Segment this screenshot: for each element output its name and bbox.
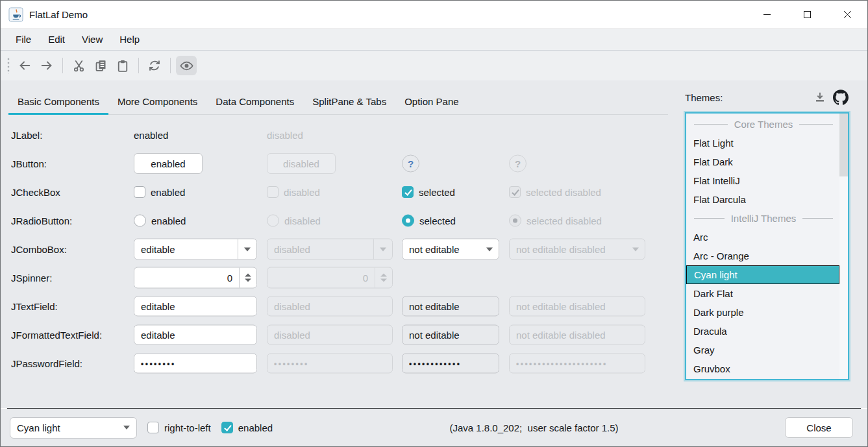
- tab-more-components[interactable]: More Components: [108, 90, 206, 114]
- demo-combobox[interactable]: editable: [134, 239, 257, 260]
- toolbar-separator: [138, 58, 139, 73]
- separator-line: [802, 218, 833, 219]
- scrollbar-thumb[interactable]: [839, 114, 848, 176]
- demo-row: JButton:enableddisabled??: [1, 149, 677, 178]
- combobox-value: not editable disabled: [516, 244, 626, 255]
- separator-line: [799, 124, 833, 125]
- theme-item-arc[interactable]: Arc: [686, 228, 839, 247]
- row-label: JCheckBox: [11, 187, 60, 198]
- demo-button[interactable]: enabled: [134, 153, 203, 174]
- tab-option-pane[interactable]: Option Pane: [395, 90, 467, 114]
- demo-radio[interactable]: selected: [402, 215, 456, 227]
- demo-password-field: •••••••••••••••••••••: [509, 354, 645, 374]
- demo-radio: selected disabled: [509, 215, 602, 227]
- window-controls: [747, 1, 867, 28]
- back-arrow-button[interactable]: [14, 56, 35, 75]
- demo-radio: disabled: [267, 215, 321, 227]
- toolbar-separator: [62, 58, 63, 73]
- theme-item-gruvbox[interactable]: Gruvbox: [686, 359, 839, 378]
- field-value: disabled: [274, 330, 310, 341]
- demo-row: JPasswordField:•••••••••••••••••••••••••…: [1, 349, 677, 378]
- theme-item-flat-intellij[interactable]: Flat IntelliJ: [686, 171, 839, 190]
- theme-item-flat-dark[interactable]: Flat Dark: [686, 152, 839, 171]
- demo-button: disabled: [267, 153, 336, 174]
- field-value: disabled: [274, 301, 310, 312]
- theme-item-flat-darcula[interactable]: Flat Darcula: [686, 190, 839, 209]
- maximize-button[interactable]: [787, 1, 827, 28]
- radio-box: [267, 215, 279, 227]
- theme-group-label: IntelliJ Themes: [725, 213, 803, 224]
- close-button[interactable]: Close: [785, 417, 853, 438]
- menu-help[interactable]: Help: [111, 29, 148, 50]
- demo-checkbox[interactable]: enabled: [134, 186, 185, 198]
- tab-basic-components[interactable]: Basic Components: [8, 90, 108, 114]
- back-arrow-icon: [18, 58, 32, 73]
- theme-item-flat-light[interactable]: Flat Light: [686, 134, 839, 152]
- field-value: editable: [141, 330, 175, 341]
- help-button[interactable]: ?: [402, 155, 419, 173]
- theme-group-label: Core Themes: [728, 119, 800, 130]
- spinner-arrows: [375, 274, 392, 282]
- menu-edit[interactable]: Edit: [40, 29, 73, 50]
- refresh-button[interactable]: [144, 56, 165, 75]
- tab-data-components[interactable]: Data Components: [206, 90, 303, 114]
- right-to-left-checkbox[interactable]: right-to-left: [147, 422, 211, 433]
- spinner-arrows[interactable]: [240, 274, 256, 282]
- paste-button[interactable]: [112, 56, 133, 75]
- checkbox-label: enabled: [151, 187, 185, 198]
- theme-item-dark-purple[interactable]: Dark purple: [686, 303, 839, 322]
- demo-text-field[interactable]: editable: [134, 325, 257, 345]
- toolbar-grip: [6, 57, 11, 74]
- row-label: JLabel:: [11, 130, 42, 141]
- radio-label: disabled: [284, 215, 321, 226]
- demo-label: disabled: [267, 130, 303, 141]
- checkbox-box: [134, 186, 145, 198]
- show-button[interactable]: [176, 56, 197, 75]
- copy-button[interactable]: [90, 56, 111, 75]
- demo-checkbox[interactable]: selected: [402, 186, 455, 198]
- combobox-value: disabled: [274, 244, 369, 255]
- theme-item-gray[interactable]: Gray: [686, 341, 839, 359]
- theme-item-dracula[interactable]: Dracula: [686, 322, 839, 341]
- theme-item-dark-flat[interactable]: Dark Flat: [686, 284, 839, 303]
- demo-radio[interactable]: enabled: [134, 215, 186, 227]
- combobox-value: editable: [141, 244, 234, 255]
- close-window-button[interactable]: [827, 1, 867, 28]
- minimize-button[interactable]: [747, 1, 787, 28]
- download-icon[interactable]: [812, 89, 828, 106]
- tabbed-pane: Basic ComponentsMore ComponentsData Comp…: [1, 80, 677, 408]
- forward-arrow-button[interactable]: [36, 56, 57, 75]
- demo-password-field: ••••••••: [267, 354, 393, 374]
- cut-button[interactable]: [68, 56, 89, 75]
- demo-text-field[interactable]: editable: [134, 296, 257, 317]
- bottom-bar: Cyan light right-to-left enabled (Java 1…: [1, 409, 867, 446]
- demo-text-field: not editable disabled: [509, 296, 645, 317]
- demo-text-field[interactable]: not editable: [402, 325, 499, 345]
- field-value: not editable: [409, 330, 460, 341]
- menu-file[interactable]: File: [7, 29, 40, 50]
- spinner-value: 0: [267, 272, 375, 284]
- demo-text-field[interactable]: not editable: [402, 296, 499, 317]
- demo-spinner[interactable]: 0: [134, 267, 257, 289]
- paste-icon: [116, 59, 129, 73]
- theme-combobox-value: Cyan light: [17, 422, 117, 433]
- demo-combobox[interactable]: not editable: [402, 239, 499, 260]
- checkbox-label: selected disabled: [526, 187, 601, 198]
- demo-label: enabled: [134, 130, 168, 141]
- tab-splitpane-tabs[interactable]: SplitPane & Tabs: [303, 90, 395, 114]
- theme-combobox[interactable]: Cyan light: [10, 417, 137, 439]
- themes-scrollbar[interactable]: [839, 114, 848, 379]
- menu-view[interactable]: View: [73, 29, 111, 50]
- demo-password-field[interactable]: ••••••••: [134, 354, 257, 374]
- theme-item-arc-orange[interactable]: Arc - Orange: [686, 247, 839, 265]
- demo-row: JFormattedTextField:editabledisablednot …: [1, 320, 677, 349]
- enabled-checkbox[interactable]: enabled: [221, 422, 273, 433]
- demo-password-field[interactable]: ••••••••••••: [402, 354, 499, 374]
- chevron-down-icon: [626, 247, 645, 251]
- field-value: ••••••••: [141, 359, 176, 368]
- github-icon[interactable]: [832, 89, 849, 106]
- demo-text-field: disabled: [267, 296, 393, 317]
- theme-item-cyan-light[interactable]: Cyan light: [686, 265, 839, 284]
- field-value: not editable: [409, 301, 460, 312]
- content-area: Basic ComponentsMore ComponentsData Comp…: [1, 80, 867, 408]
